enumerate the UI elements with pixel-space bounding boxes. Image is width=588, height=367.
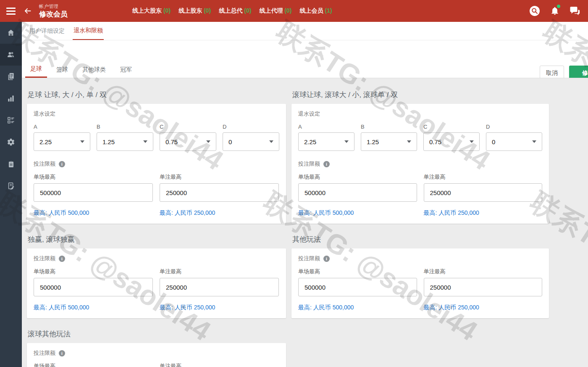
clipboard-icon (7, 160, 15, 169)
max-note: 最高: 人民币 500,000 (298, 304, 417, 312)
sport-tabs: 足球 篮球 其他球类 冠军 (22, 61, 588, 78)
info-icon[interactable] (323, 161, 330, 167)
limit-field-label: 单场最高 (298, 173, 417, 181)
rebate-option-label: B (361, 124, 417, 130)
page-tabs: 用户详细设定 退水和限额 (22, 22, 588, 40)
rebate-select-d[interactable]: 0 (486, 132, 542, 151)
rebate-group-label: 退水设定 (298, 110, 542, 118)
max-per-bet-input[interactable] (160, 183, 279, 202)
main-content: 足球 让球, 大 / 小, 单 / 双 退水设定 A 2.25 B 1.25 C… (22, 78, 588, 367)
nav-online-shareholder[interactable]: 线上股东(0) (178, 7, 211, 15)
sidebar-item-statistics[interactable] (0, 87, 22, 109)
rebate-select-a[interactable]: 2.25 (298, 132, 354, 151)
settings-card: 退水设定 A 2.25 B 1.25 C 0.75 D 0 投注限额 单场最高 (27, 104, 286, 224)
rebate-option-label: C (160, 124, 216, 130)
limit-field-label: 单场最高 (34, 362, 153, 367)
bar-chart-icon (7, 94, 15, 103)
info-icon[interactable] (59, 350, 65, 356)
max-per-bet-input[interactable] (424, 278, 543, 296)
chevron-down-icon (344, 140, 349, 143)
section-outright: 独赢, 滚球独赢 投注限额 单场最高 单注最高 最高: 人民币 500,000 … (27, 235, 286, 318)
rebate-select-c[interactable]: 0.75 (423, 132, 480, 151)
limit-field-label: 单注最高 (160, 362, 279, 367)
rebate-select-b[interactable]: 1.25 (97, 132, 153, 151)
max-note: 最高: 人民币 250,000 (160, 209, 279, 217)
max-per-bet-input[interactable] (424, 183, 543, 202)
section-title: 足球 让球, 大 / 小, 单 / 双 (28, 90, 286, 100)
section-live-handicap: 滚球让球, 滚球大 / 小, 滚球单 / 双 退水设定 A 2.25 B 1.2… (291, 90, 549, 224)
info-icon[interactable] (59, 161, 65, 167)
section-other-plays: 其他玩法 投注限额 单场最高 单注最高 最高: 人民币 500,000 最高: … (291, 235, 549, 318)
sidebar-item-home[interactable] (0, 22, 22, 44)
nav-online-master-agent[interactable]: 线上总代(0) (219, 7, 251, 15)
rebate-select-a[interactable]: 2.25 (34, 132, 90, 151)
sidebar-item-reports[interactable] (0, 66, 22, 87)
page-title: 修改会员 (39, 10, 68, 18)
nav-online-member[interactable]: 线上会员(1) (300, 7, 332, 15)
sidebar-item-tasks[interactable] (0, 153, 22, 175)
rebate-option-label: A (34, 124, 90, 130)
max-note: 最高: 人民币 250,000 (424, 209, 543, 217)
section-live-other-plays: 滚球其他玩法 投注限额 单场最高 单注最高 (27, 329, 286, 367)
nav-online-major-shareholder[interactable]: 线上大股东(0) (132, 7, 171, 15)
back-arrow-icon[interactable] (23, 6, 32, 16)
users-icon (6, 50, 16, 59)
rebate-select-c[interactable]: 0.75 (160, 132, 216, 151)
sidebar-item-logs[interactable] (0, 175, 22, 197)
nav-count: (0) (284, 7, 291, 14)
limits-group-label: 投注限额 (34, 255, 55, 262)
limits-group-label: 投注限额 (34, 349, 55, 357)
limit-field-label: 单场最高 (298, 268, 417, 275)
nav-online-agent[interactable]: 线上代理(0) (259, 7, 291, 15)
chat-icon[interactable] (570, 6, 580, 16)
rebate-select-d[interactable]: 0 (223, 132, 279, 151)
max-per-match-input[interactable] (298, 183, 417, 202)
max-note: 最高: 人民币 500,000 (34, 209, 153, 217)
max-note: 最高: 人民币 500,000 (34, 304, 153, 312)
tab-user-details[interactable]: 用户详细设定 (29, 22, 66, 40)
chevron-down-icon (470, 140, 474, 143)
rebate-group-label: 退水设定 (34, 110, 279, 118)
sport-tab-other-sports[interactable]: 其他球类 (77, 61, 111, 78)
rebate-option-label: C (423, 124, 480, 130)
nav-count: (0) (244, 7, 251, 14)
sidebar-item-categories[interactable] (0, 109, 22, 131)
sport-tab-champion[interactable]: 冠军 (115, 61, 137, 78)
settings-card: 投注限额 单场最高 单注最高 最高: 人民币 500,000 最高: 人民币 2… (27, 248, 286, 318)
rebate-select-b[interactable]: 1.25 (361, 132, 417, 151)
info-icon[interactable] (59, 256, 65, 262)
documents-icon (7, 72, 15, 81)
search-icon[interactable] (529, 5, 540, 16)
info-icon[interactable] (323, 256, 330, 262)
breadcrumb: 帐户管理 (39, 4, 68, 9)
limit-field-label: 单场最高 (34, 173, 153, 181)
notification-badge (557, 5, 560, 8)
sidebar-item-settings[interactable] (0, 131, 22, 153)
max-note: 最高: 人民币 250,000 (160, 304, 279, 312)
settings-card: 退水设定 A 2.25 B 1.25 C 0.75 D 0 投注限额 单场最高 (291, 104, 549, 224)
max-per-match-input[interactable] (298, 278, 417, 296)
limit-field-label: 单注最高 (424, 268, 543, 275)
rebate-option-label: D (486, 124, 542, 130)
max-per-match-input[interactable] (34, 183, 153, 202)
nav-count: (1) (325, 7, 332, 14)
menu-icon[interactable] (6, 6, 16, 16)
tab-rebate-limits[interactable]: 退水和限额 (73, 22, 104, 40)
max-per-bet-input[interactable] (160, 278, 279, 296)
max-note: 最高: 人民币 500,000 (298, 209, 417, 217)
sidebar-item-users[interactable] (0, 44, 22, 66)
max-per-match-input[interactable] (34, 278, 153, 296)
sport-tab-basketball[interactable]: 篮球 (51, 61, 73, 78)
sport-tab-football[interactable]: 足球 (25, 61, 47, 78)
topbar: 用户详细设定 退水和限额 取消 修改 足球 篮球 其他球类 冠军 (22, 22, 588, 78)
limit-field-label: 单注最高 (160, 173, 279, 181)
rebate-option-label: D (223, 124, 279, 130)
section-football-handicap: 足球 让球, 大 / 小, 单 / 双 退水设定 A 2.25 B 1.25 C… (27, 90, 286, 224)
max-note: 最高: 人民币 250,000 (424, 304, 543, 312)
chevron-down-icon (532, 140, 536, 143)
home-icon (7, 29, 15, 37)
chevron-down-icon (269, 140, 273, 143)
limit-field-label: 单注最高 (424, 173, 543, 181)
settings-card: 投注限额 单场最高 单注最高 (27, 343, 286, 367)
bell-icon[interactable] (550, 6, 559, 16)
